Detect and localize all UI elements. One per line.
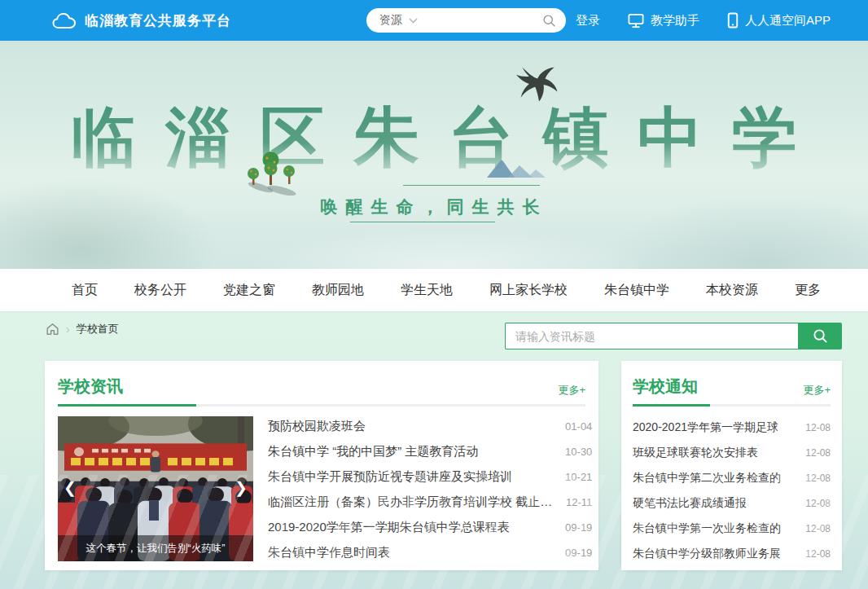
cloud-logo-icon bbox=[52, 11, 77, 29]
news-row: 朱台镇中学 “我的中国梦” 主题教育活动 10-30 bbox=[268, 439, 592, 464]
school-banner: 临淄区朱台镇中学 唤醒生命，同生共 bbox=[0, 41, 868, 269]
school-news-panel: 学校资讯 更多+ bbox=[45, 361, 598, 570]
notice-date: 12-08 bbox=[805, 498, 831, 509]
breadcrumb-separator-icon: › bbox=[66, 323, 70, 336]
notice-row: 班级足球联赛轮次安排表 12-08 bbox=[633, 440, 831, 465]
top-header-bar: 临淄教育公共服务平台 资源 登录 教学助手 人人通空间APP bbox=[0, 0, 868, 41]
news-date: 01-04 bbox=[565, 420, 592, 433]
carousel-next-button[interactable]: ❯ bbox=[235, 480, 248, 495]
news-row: 朱台镇中学作息时间表 09-19 bbox=[268, 540, 592, 565]
swallow-bird-icon bbox=[515, 65, 563, 106]
news-row: 朱台镇中学开展预防近视专题讲座及实操培训 10-21 bbox=[268, 464, 592, 490]
notice-panel-title: 学校通知 bbox=[633, 376, 698, 398]
news-search-button[interactable] bbox=[798, 323, 842, 349]
breadcrumb-current: 学校首页 bbox=[77, 322, 119, 336]
news-title-link[interactable]: 朱台镇中学 “我的中国梦” 主题教育活动 bbox=[268, 444, 478, 459]
login-link[interactable]: 登录 bbox=[576, 13, 600, 29]
news-date: 10-30 bbox=[565, 446, 592, 458]
notice-row: 朱台镇中学第二次业务检查的 12-08 bbox=[633, 465, 831, 490]
news-title-link[interactable]: 预防校园欺凌班会 bbox=[268, 419, 366, 434]
notice-title-link[interactable]: 朱台镇中学分级部教师业务展 bbox=[633, 547, 781, 561]
news-more-link[interactable]: 更多+ bbox=[558, 383, 585, 398]
smartphone-icon bbox=[727, 12, 739, 29]
news-search-input[interactable] bbox=[505, 323, 798, 349]
carousel-prev-button[interactable]: ❮ bbox=[64, 480, 77, 495]
news-row: 临淄区注册（备案）民办非学历教育培训学校 截止2019 12-11 bbox=[268, 490, 592, 515]
home-icon[interactable] bbox=[46, 323, 59, 336]
nav-item-home[interactable]: 首页 bbox=[72, 282, 98, 299]
notice-date: 12-08 bbox=[805, 548, 831, 560]
news-title-link[interactable]: 朱台镇中学开展预防近视专题讲座及实操培训 bbox=[268, 469, 512, 485]
news-list: 预防校园欺凌班会 01-04 朱台镇中学 “我的中国梦” 主题教育活动 10-3… bbox=[268, 414, 592, 565]
news-title-link[interactable]: 临淄区注册（备案）民办非学历教育培训学校 截止2019 bbox=[268, 494, 556, 510]
nav-item-zhutai-middle-school[interactable]: 朱台镇中学 bbox=[604, 282, 669, 299]
nav-item-school-resources[interactable]: 本校资源 bbox=[706, 282, 758, 299]
notice-row: 硬笔书法比赛成绩通报 12-08 bbox=[633, 490, 831, 516]
breadcrumb: › 学校首页 bbox=[46, 322, 119, 336]
mountains-illustration bbox=[487, 158, 547, 181]
news-search-form bbox=[505, 323, 842, 349]
notice-row: 朱台镇中学分级部教师业务展 12-08 bbox=[633, 541, 831, 566]
nav-item-party-building[interactable]: 党建之窗 bbox=[223, 282, 275, 299]
header-links: 登录 教学助手 人人通空间APP bbox=[576, 0, 831, 41]
renrentong-app-label: 人人通空间APP bbox=[745, 13, 831, 29]
nav-item-online-parent-school[interactable]: 网上家长学校 bbox=[489, 282, 568, 299]
header-search-icon[interactable] bbox=[542, 14, 556, 28]
notice-date: 12-08 bbox=[805, 447, 831, 459]
banner-mist-center bbox=[244, 228, 651, 269]
brand-home-link[interactable]: 临淄教育公共服务平台 bbox=[52, 0, 231, 41]
notice-row: 2020-2021学年第一学期足球 12-08 bbox=[633, 415, 831, 440]
news-date: 09-19 bbox=[565, 521, 592, 534]
trees-illustration bbox=[243, 148, 305, 199]
news-row: 2019-2020学年第一学期朱台镇中学总课程表 09-19 bbox=[268, 515, 592, 540]
news-panel-rule bbox=[58, 404, 585, 407]
banner-school-name: 临淄区朱台镇中学 bbox=[0, 95, 868, 182]
brand-title: 临淄教育公共服务平台 bbox=[85, 11, 231, 30]
renrentong-app-link[interactable]: 人人通空间APP bbox=[727, 12, 831, 29]
notice-title-link[interactable]: 硬笔书法比赛成绩通报 bbox=[633, 496, 747, 511]
notice-title-link[interactable]: 2020-2021学年第一学期足球 bbox=[633, 420, 778, 435]
search-icon bbox=[813, 328, 828, 344]
news-date: 12-11 bbox=[566, 496, 592, 508]
page-content: › 学校首页 学校资讯 更多+ bbox=[0, 311, 868, 589]
school-notice-panel: 学校通知 更多+ 2020-2021学年第一学期足球 12-08 班级足球联赛轮… bbox=[621, 361, 842, 570]
notice-date: 12-08 bbox=[805, 473, 831, 484]
carousel-caption: 这个春节，让我们告别“火药味” bbox=[58, 535, 253, 561]
nav-item-student-world[interactable]: 学生天地 bbox=[401, 282, 453, 299]
news-row: 预防校园欺凌班会 01-04 bbox=[268, 414, 592, 439]
slogan-rule-top bbox=[403, 185, 540, 186]
teaching-assistant-link[interactable]: 教学助手 bbox=[628, 13, 699, 29]
teaching-assistant-label: 教学助手 bbox=[651, 13, 699, 29]
nav-item-more[interactable]: 更多 bbox=[795, 282, 821, 299]
notice-row: 朱台镇中学第一次业务检查的 12-08 bbox=[633, 516, 831, 541]
notice-more-link[interactable]: 更多+ bbox=[803, 383, 831, 398]
notice-title-link[interactable]: 朱台镇中学第一次业务检查的 bbox=[633, 521, 781, 536]
main-navigation: 首页 校务公开 党建之窗 教师园地 学生天地 网上家长学校 朱台镇中学 本校资源… bbox=[0, 269, 868, 311]
news-title-link[interactable]: 朱台镇中学作息时间表 bbox=[268, 545, 390, 560]
notice-list: 2020-2021学年第一学期足球 12-08 班级足球联赛轮次安排表 12-0… bbox=[633, 415, 831, 566]
banner-mist-left bbox=[0, 179, 220, 269]
news-date: 09-19 bbox=[565, 547, 592, 559]
monitor-icon bbox=[628, 13, 644, 29]
nav-item-school-affairs[interactable]: 校务公开 bbox=[134, 282, 186, 299]
notice-panel-rule bbox=[633, 404, 831, 407]
slogan-rule-bottom bbox=[350, 222, 495, 222]
news-panel-title: 学校资讯 bbox=[58, 376, 123, 398]
news-title-link[interactable]: 2019-2020学年第一学期朱台镇中学总课程表 bbox=[268, 520, 510, 535]
search-scope-select[interactable]: 资源 bbox=[379, 13, 402, 28]
header-search-bar[interactable]: 资源 bbox=[366, 8, 566, 33]
nav-item-teacher-garden[interactable]: 教师园地 bbox=[312, 282, 364, 299]
chevron-down-icon bbox=[409, 18, 418, 24]
banner-slogan: 唤醒生命，同生共长 bbox=[0, 196, 868, 218]
notice-date: 12-08 bbox=[805, 422, 831, 433]
notice-title-link[interactable]: 朱台镇中学第二次业务检查的 bbox=[633, 471, 781, 486]
login-label: 登录 bbox=[576, 13, 600, 29]
news-carousel[interactable]: ❮ ❯ 这个春节，让我们告别“火药味” bbox=[58, 416, 253, 561]
news-date: 10-21 bbox=[565, 471, 592, 483]
notice-title-link[interactable]: 班级足球联赛轮次安排表 bbox=[633, 446, 758, 460]
notice-date: 12-08 bbox=[805, 523, 831, 534]
